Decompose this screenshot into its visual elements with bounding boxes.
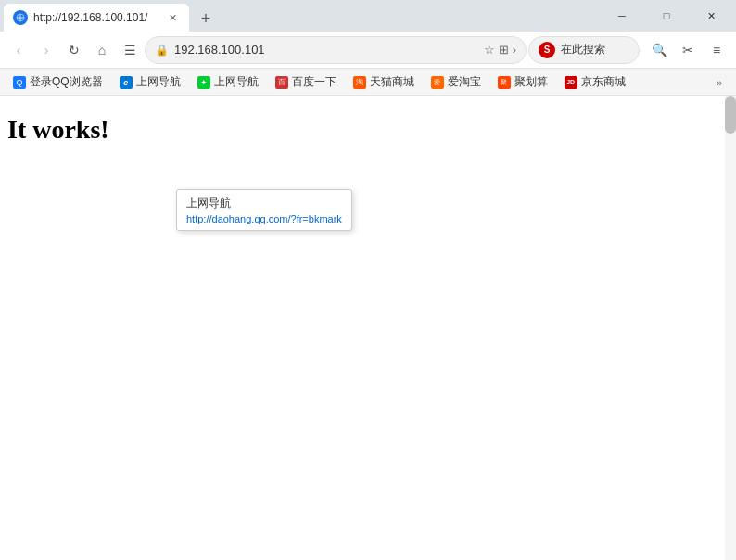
scissors-icon[interactable]: ✂ bbox=[674, 36, 702, 64]
nav1-icon: e bbox=[120, 76, 133, 89]
readmode-button[interactable]: ☰ bbox=[117, 37, 143, 63]
tooltip-title: 上网导航 bbox=[186, 196, 342, 211]
jd-icon: JD bbox=[565, 76, 577, 89]
bookmark-jd[interactable]: JD 京东商城 bbox=[557, 71, 633, 93]
chevron-icon[interactable]: › bbox=[513, 43, 516, 57]
lock-icon: 🔒 bbox=[155, 44, 169, 57]
grid-icon[interactable]: ⊞ bbox=[499, 43, 509, 57]
refresh-button[interactable]: ↻ bbox=[61, 37, 87, 63]
bookmark-nav2-label: 上网导航 bbox=[214, 74, 259, 90]
address-text: 192.168.100.101 bbox=[174, 43, 478, 57]
tab-title: http://192.168.100.101/ bbox=[33, 11, 159, 24]
bookmark-tmall[interactable]: 淘 天猫商城 bbox=[346, 71, 422, 93]
search-brand-icon: S bbox=[539, 42, 555, 58]
bookmarks-more-button[interactable]: » bbox=[708, 71, 730, 94]
bookmark-tmall-label: 天猫商城 bbox=[370, 74, 414, 90]
bookmark-ailibaba[interactable]: 爱 爱淘宝 bbox=[424, 71, 489, 93]
scrollbar-thumb[interactable] bbox=[725, 96, 736, 134]
page-main-heading: It works! bbox=[7, 111, 729, 147]
back-button[interactable]: ‹ bbox=[6, 37, 32, 63]
right-nav-icons: 🔍 ✂ ≡ bbox=[645, 36, 730, 64]
bookmark-qq-label: 登录QQ浏览器 bbox=[30, 74, 103, 90]
bookmark-tooltip: 上网导航 http://daohang.qq.com/?fr=bkmark bbox=[176, 189, 352, 231]
bookmark-nav1-label: 上网导航 bbox=[136, 74, 181, 90]
star-icon[interactable]: ☆ bbox=[484, 43, 495, 57]
window-controls: ─ □ ✕ bbox=[601, 0, 732, 32]
bookmark-juhuasuan[interactable]: 聚 聚划算 bbox=[490, 71, 555, 93]
tab-close-button[interactable]: ✕ bbox=[165, 10, 180, 25]
bookmark-baidu-label: 百度一下 bbox=[292, 74, 336, 90]
title-bar: http://192.168.100.101/ ✕ + ─ □ ✕ bbox=[0, 0, 736, 32]
new-tab-button[interactable]: + bbox=[193, 6, 219, 32]
bookmark-baidu[interactable]: 百 百度一下 bbox=[268, 71, 344, 93]
juhuasuan-icon: 聚 bbox=[498, 76, 511, 89]
nav2-icon: ✦ bbox=[197, 76, 210, 89]
bookmark-ailibaba-label: 爱淘宝 bbox=[448, 74, 481, 90]
baidu-icon: 百 bbox=[275, 76, 288, 89]
home-button[interactable]: ⌂ bbox=[89, 37, 115, 63]
tmall-icon: 淘 bbox=[353, 76, 366, 89]
scrollbar-track[interactable] bbox=[725, 96, 736, 560]
bookmarks-bar: Q 登录QQ浏览器 e 上网导航 ✦ 上网导航 百 百度一下 淘 天猫商城 爱 … bbox=[0, 69, 736, 96]
bookmark-nav1[interactable]: e 上网导航 bbox=[112, 71, 188, 93]
restore-button[interactable]: □ bbox=[645, 0, 688, 32]
minimize-button[interactable]: ─ bbox=[601, 0, 643, 32]
search-icon[interactable]: 🔍 bbox=[645, 36, 673, 64]
more-menu-button[interactable]: ≡ bbox=[703, 36, 730, 64]
bookmark-jd-label: 京东商城 bbox=[581, 74, 626, 90]
qq-icon: Q bbox=[13, 76, 26, 89]
active-tab[interactable]: http://192.168.100.101/ ✕ bbox=[4, 4, 189, 32]
bookmark-qq[interactable]: Q 登录QQ浏览器 bbox=[6, 71, 110, 93]
address-icons: ☆ ⊞ › bbox=[484, 43, 516, 57]
search-placeholder: 在此搜索 bbox=[561, 42, 605, 57]
tab-favicon bbox=[13, 10, 28, 25]
tooltip-url: http://daohang.qq.com/?fr=bkmark bbox=[186, 213, 342, 224]
forward-button[interactable]: › bbox=[33, 37, 59, 63]
address-bar[interactable]: 🔒 192.168.100.101 ☆ ⊞ › bbox=[145, 36, 527, 64]
search-bar[interactable]: S 在此搜索 bbox=[528, 36, 640, 64]
bookmark-nav2[interactable]: ✦ 上网导航 bbox=[190, 71, 266, 93]
nav-bar: ‹ › ↻ ⌂ ☰ 🔒 192.168.100.101 ☆ ⊞ › S 在此搜索… bbox=[0, 32, 736, 69]
page-content: It works! 上网导航 http://daohang.qq.com/?fr… bbox=[0, 96, 736, 560]
ailibaba-icon: 爱 bbox=[431, 76, 444, 89]
bookmark-juhuasuan-label: 聚划算 bbox=[514, 74, 548, 90]
tab-area: http://192.168.100.101/ ✕ + bbox=[4, 0, 593, 32]
close-button[interactable]: ✕ bbox=[690, 0, 732, 32]
